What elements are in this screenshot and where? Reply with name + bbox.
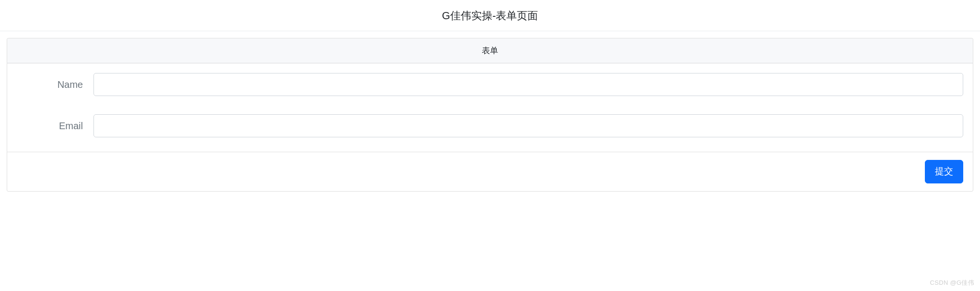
card-header: 表单 <box>7 38 973 63</box>
watermark: CSDN @G佳伟 <box>930 279 974 287</box>
form-card: 表单 Name Email 提交 <box>7 38 973 192</box>
card-body: Name Email <box>7 63 973 152</box>
form-group-name: Name <box>17 73 963 96</box>
name-label: Name <box>17 79 93 90</box>
main-container: 表单 Name Email 提交 <box>0 31 980 198</box>
submit-button[interactable]: 提交 <box>925 160 963 183</box>
form-group-email: Email <box>17 114 963 137</box>
page-title: G佳伟实操-表单页面 <box>0 0 980 31</box>
email-input[interactable] <box>93 114 963 137</box>
card-footer: 提交 <box>7 152 973 191</box>
email-label: Email <box>17 121 93 132</box>
name-input[interactable] <box>93 73 963 96</box>
